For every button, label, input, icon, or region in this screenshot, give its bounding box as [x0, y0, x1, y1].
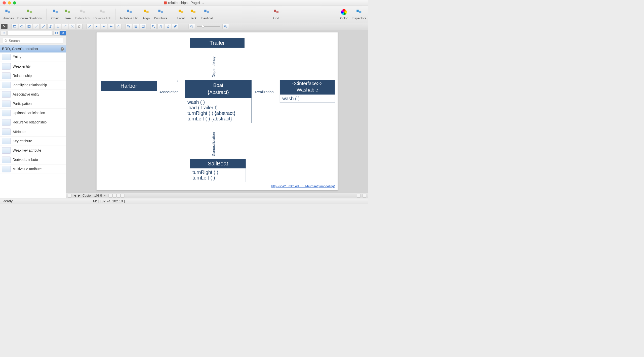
- connector-2-tool[interactable]: [40, 24, 47, 29]
- toolbar-grid-button[interactable]: Grid: [272, 9, 280, 20]
- corner-control-1[interactable]: [357, 194, 360, 198]
- eyedropper-tool[interactable]: [172, 24, 178, 29]
- zoom-in-button[interactable]: [223, 24, 229, 29]
- label-realization: Realization: [255, 90, 274, 94]
- group-3-tool[interactable]: [140, 24, 146, 29]
- shape-item[interactable]: Derived attribute: [0, 155, 66, 164]
- toolbar-align-label: Align: [143, 16, 150, 20]
- ellipse-tool[interactable]: [19, 24, 25, 29]
- hand-tool[interactable]: [157, 24, 164, 29]
- node-sailboat[interactable]: SailBoat turnRight ( )turnLeft ( ): [190, 159, 246, 182]
- toolbar-back-button[interactable]: Back: [189, 9, 197, 20]
- toolbar-distribute-button[interactable]: Distribute: [154, 9, 167, 20]
- shapes-search-input[interactable]: [9, 39, 62, 43]
- view-mode-4[interactable]: [121, 194, 125, 198]
- toolbar-rotate-button[interactable]: Rotate & Flip: [120, 9, 139, 20]
- close-window-button[interactable]: [3, 1, 6, 5]
- node-trailer-title: Trailer: [190, 38, 244, 48]
- node-washable[interactable]: <<interface>> Washable wash ( ): [280, 80, 335, 103]
- shape-item[interactable]: Associative entity: [0, 90, 66, 99]
- canvas-page[interactable]: Trailer Harbor Boat {Abstract} wash ( )l…: [96, 32, 338, 190]
- svg-line-5: [28, 12, 31, 12]
- shape-item[interactable]: Relationship: [0, 71, 66, 80]
- shape-item[interactable]: Key attribute: [0, 137, 66, 146]
- shape-item[interactable]: Multivalue attribute: [0, 164, 66, 174]
- toolbar-identical-button[interactable]: Identical: [201, 9, 213, 20]
- shape-item[interactable]: Identifying relationship: [0, 80, 66, 90]
- next-page-button[interactable]: ▶: [78, 194, 80, 198]
- connector-1-tool[interactable]: [33, 24, 39, 29]
- zoom-slider[interactable]: [197, 26, 220, 27]
- zoom-out-button[interactable]: [189, 24, 195, 29]
- label-generalization: Generalization: [212, 132, 216, 156]
- toolbar-inspectors-button[interactable]: Inspectors: [352, 9, 366, 20]
- svg-line-11: [66, 12, 69, 12]
- pause-button[interactable]: [68, 194, 72, 198]
- shapes-search[interactable]: [3, 38, 63, 44]
- node-trailer[interactable]: Trailer: [190, 38, 245, 48]
- toolbar-align-button[interactable]: Align: [142, 9, 150, 20]
- shape-item[interactable]: Entity: [0, 53, 66, 62]
- document-title[interactable]: relationships - Page1 ⌄: [164, 1, 204, 5]
- category-header[interactable]: ERD, Chen's notation ×: [0, 46, 66, 53]
- text-tool[interactable]: [26, 24, 32, 29]
- label-star: *: [177, 79, 178, 84]
- category-close-icon[interactable]: ×: [61, 47, 64, 51]
- sidebar-filter-input[interactable]: [8, 31, 52, 35]
- connector-4-tool[interactable]: [55, 24, 61, 29]
- trash-tool[interactable]: [76, 24, 83, 29]
- line-2-tool[interactable]: [94, 24, 100, 29]
- connector-5-tool[interactable]: [62, 24, 68, 29]
- node-harbor[interactable]: Harbor: [101, 81, 157, 91]
- zoom-window-button[interactable]: [13, 1, 16, 5]
- shapes-sidebar: ERD, Chen's notation × EntityWeak entity…: [0, 30, 66, 198]
- rect-tool[interactable]: [12, 24, 18, 29]
- view-mode-3[interactable]: [117, 194, 120, 198]
- connector-3-tool[interactable]: [48, 24, 54, 29]
- toolbar-reverse-button: Reverse link: [93, 9, 111, 20]
- zoom-level-dropdown[interactable]: Custom 108%: [83, 194, 102, 198]
- group-1-tool[interactable]: [126, 24, 132, 29]
- svg-rect-27: [179, 10, 181, 12]
- zoom-tool[interactable]: [150, 24, 157, 29]
- toolbar-chain-button[interactable]: Chain: [51, 9, 60, 20]
- svg-rect-24: [158, 10, 160, 12]
- shape-item[interactable]: Optional participation: [0, 108, 66, 118]
- shape-item[interactable]: Recursive relationship: [0, 118, 66, 127]
- view-mode-2[interactable]: [113, 194, 116, 198]
- shape-item[interactable]: Attribute: [0, 127, 66, 137]
- shape-item[interactable]: Weak key attribute: [0, 146, 66, 155]
- stamp-tool[interactable]: [165, 24, 171, 29]
- toolbar-browse-button[interactable]: Browse Solutions: [17, 9, 42, 20]
- line-5-tool[interactable]: [115, 24, 122, 29]
- toolbar-front-button[interactable]: Front: [177, 9, 185, 20]
- shape-item[interactable]: Participation: [0, 99, 66, 108]
- line-1-tool[interactable]: [87, 24, 93, 29]
- toolbar-libraries-button[interactable]: Libraries: [2, 9, 14, 20]
- svg-rect-6: [53, 10, 55, 12]
- toolbar-identical-label: Identical: [201, 16, 213, 20]
- shape-item[interactable]: Weak entity: [0, 62, 66, 71]
- toolbar-tree-button[interactable]: Tree: [63, 9, 72, 20]
- source-url-link[interactable]: http://sce2.umkc.edu/BIT/burrise/pl/mode…: [271, 184, 335, 188]
- canvas-scroll[interactable]: Trailer Harbor Boat {Abstract} wash ( )l…: [66, 30, 368, 193]
- pointer-tool[interactable]: [1, 24, 8, 29]
- line-4-tool[interactable]: [108, 24, 114, 29]
- svg-point-69: [5, 40, 7, 41]
- outline-view-button[interactable]: [1, 31, 7, 35]
- corner-control-2[interactable]: [363, 194, 366, 198]
- tree-icon: [64, 9, 71, 15]
- search-view-button[interactable]: [60, 31, 66, 35]
- connector-6-tool[interactable]: [69, 24, 75, 29]
- line-3-tool[interactable]: [101, 24, 107, 29]
- group-2-tool[interactable]: [133, 24, 139, 29]
- grid-view-button[interactable]: [54, 31, 59, 35]
- svg-line-14: [81, 12, 84, 12]
- toolbar-color-button[interactable]: Color: [340, 9, 348, 20]
- shape-thumb-icon: [2, 73, 11, 79]
- node-boat[interactable]: Boat {Abstract} wash ( )load (Trailer t)…: [185, 80, 252, 123]
- minimize-window-button[interactable]: [8, 1, 11, 5]
- prev-page-button[interactable]: ◀: [74, 194, 76, 198]
- view-mode-1[interactable]: [109, 194, 112, 198]
- svg-line-29: [180, 12, 182, 12]
